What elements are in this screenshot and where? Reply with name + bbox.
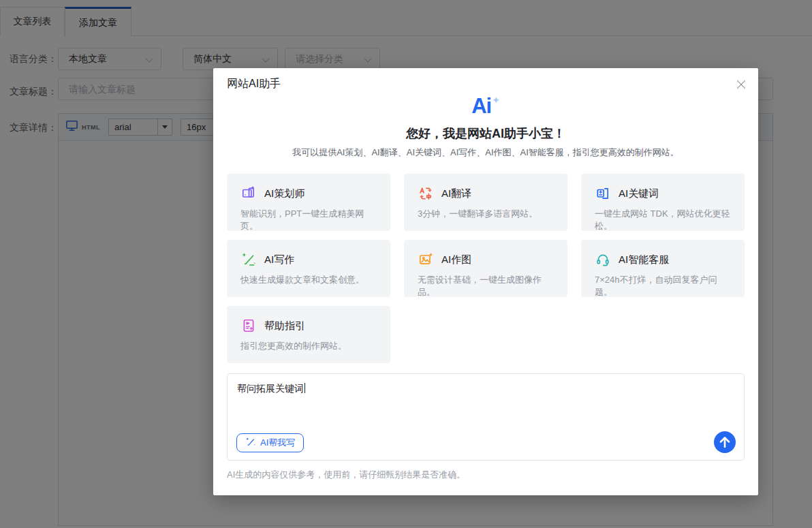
headset-icon: [595, 251, 611, 268]
slides-icon: [240, 185, 257, 202]
ai-feature-cards: AI策划师 智能识别，PPT一键生成精美网页。 AI翻译 3分钟，一键翻译多语言…: [227, 174, 745, 363]
image-icon: [418, 251, 434, 268]
ai-feature-card[interactable]: AI智能客服 7×24h不打烊，自动回复客户问题。: [581, 240, 745, 297]
keywords-doc-icon: [595, 185, 611, 202]
ai-feature-card[interactable]: AI关键词 一键生成网站 TDK，网站优化更轻松。: [581, 174, 745, 231]
ai-feature-card[interactable]: AI策划师 智能识别，PPT一键生成精美网页。: [227, 174, 390, 231]
disclaimer-text: AI生成的内容仅供参考，使用前，请仔细甄别结果是否准确。: [227, 469, 465, 481]
close-icon[interactable]: [734, 77, 749, 92]
intro-text: 我可以提供AI策划、AI翻译、AI关键词、AI写作、AI作图、AI智能客服，指引…: [213, 146, 758, 159]
greeting-heading: 您好，我是网站AI助手小宝！: [213, 125, 758, 142]
writing-pen-icon: [240, 251, 257, 268]
translate-icon: [418, 185, 434, 202]
sparkle-icon: ✦: [492, 95, 500, 106]
arrow-up-icon: [714, 431, 736, 453]
dialog-title: 网站AI助手: [227, 77, 281, 91]
guide-doc-icon: [240, 317, 257, 334]
ai-feature-card[interactable]: AI写作 快速生成爆款文章和文案创意。: [227, 240, 390, 297]
ai-feature-card[interactable]: 帮助指引 指引您更高效的制作网站。: [227, 306, 390, 363]
text-caret: [304, 383, 305, 393]
ai-write-button[interactable]: AI帮我写: [236, 433, 304, 452]
ai-logo: Ai✦: [213, 94, 758, 119]
send-button[interactable]: [714, 431, 736, 453]
ai-prompt-input[interactable]: 帮问拓展关键词 AI帮我写: [227, 373, 745, 461]
ai-feature-card[interactable]: AI翻译 3分钟，一键翻译多语言网站。: [404, 174, 567, 231]
ai-assistant-dialog: 网站AI助手 Ai✦ 您好，我是网站AI助手小宝！ 我可以提供AI策划、AI翻译…: [213, 68, 758, 495]
screen: 文章列表 添加文章 语言分类： 本地文章 简体中文 请选择分类 文章标题： 文章…: [0, 0, 812, 528]
pen-sparkle-icon: [245, 437, 256, 450]
ai-feature-card[interactable]: AI作图 无需设计基础，一键生成图像作品。: [404, 240, 567, 297]
